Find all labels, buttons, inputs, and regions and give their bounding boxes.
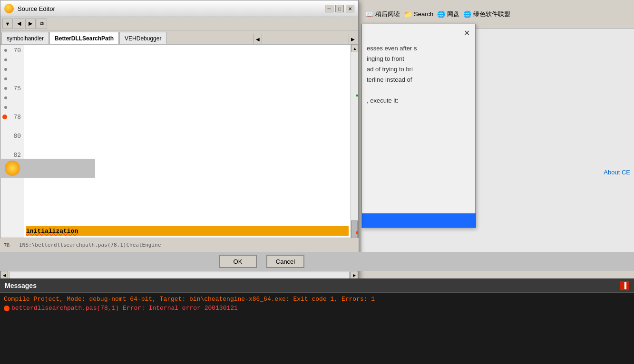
bookmark-search[interactable]: 📁 Search [404, 10, 433, 18]
code-line-77 [26, 202, 349, 212]
line-dot-75 [4, 87, 7, 90]
ok-button[interactable]: OK [219, 255, 257, 268]
line-dot-72 [4, 68, 7, 71]
tab-scroll-left[interactable]: ◀ [254, 34, 262, 44]
bookmark-netdisk[interactable]: 🌐 网盘 [437, 10, 459, 19]
window-title: Source Editor [18, 5, 321, 12]
scroll-marker-red [356, 231, 358, 234]
popup-line-1: esses even after s [367, 43, 470, 54]
line-num-82: 82 [0, 150, 24, 160]
bookmark-netdisk-label: 网盘 [447, 10, 459, 19]
tab-scroll-right[interactable]: ▶ [349, 34, 357, 44]
ok-button-label: OK [234, 258, 243, 265]
ce-logo-area [0, 159, 95, 178]
popup-line-3: ad of trying to bri [367, 64, 470, 75]
maximize-button[interactable]: □ [335, 5, 344, 12]
status-line-num: 78 [4, 242, 10, 248]
title-bar: Source Editor ─ □ ✕ [0, 0, 358, 17]
initialization-keyword: initialization [26, 228, 78, 235]
bookmark-read-later[interactable]: 📖 稍后阅读 [365, 10, 400, 19]
tab-betterdllsearchpath-label: BetterDLLSearchPath [55, 35, 114, 42]
compile-message: Compile Project, Mode: debug-nomt 64-bit… [4, 296, 630, 303]
popup-line-5: , execute it: [367, 96, 470, 106]
bottom-gray-bar: OK Cancel About CE [0, 252, 634, 271]
code-line-70 [26, 60, 349, 69]
line-num-77 [0, 103, 24, 112]
toolbar-forward-btn[interactable]: ▶ [25, 19, 36, 29]
globe-icon-1: 🌐 [437, 10, 445, 18]
messages-panel: Messages ▐ Compile Project, Mode: debug-… [0, 278, 634, 364]
code-line-73 [26, 131, 349, 141]
about-ce-link[interactable]: About CE [600, 167, 634, 178]
popup-line-2: inging to front [367, 54, 470, 64]
minimize-button[interactable]: ─ [325, 5, 333, 12]
window-controls: ─ □ ✕ [325, 5, 354, 12]
line-dot-70 [4, 49, 7, 52]
toolbar-dropdown-btn[interactable]: ▼ [2, 19, 13, 29]
globe-icon-2: 🌐 [463, 10, 471, 18]
messages-header: Messages ▐ [0, 278, 634, 293]
ce-logo-icon [5, 161, 20, 176]
scroll-track[interactable] [351, 52, 358, 263]
app-icon [4, 4, 14, 13]
line-num-78: 78 [0, 112, 24, 122]
tab-symbolhandler[interactable]: symbolhandler [1, 32, 49, 44]
status-line: 78 INS:\betterdllsearchpath.pas(78,1)Che… [0, 238, 359, 252]
toolbar-extra-btn[interactable]: ⧉ [37, 19, 47, 29]
book-icon: 📖 [365, 10, 373, 18]
line-num-81 [0, 141, 24, 150]
toolbar: ▼ ◀ ▶ ⧉ [0, 17, 358, 30]
line-num-73 [0, 74, 24, 84]
line-num-label-70: 70 [13, 47, 21, 54]
scroll-thumb[interactable] [351, 220, 358, 239]
line-dot-71 [4, 58, 7, 61]
line-num-71 [0, 55, 24, 65]
line-num-72 [0, 65, 24, 74]
ok-cancel-area: OK Cancel [219, 255, 304, 268]
line-num-label-75: 75 [13, 85, 21, 92]
vertical-scrollbar: ▲ ▼ [351, 45, 358, 270]
code-line-78: initialization [26, 226, 349, 236]
line-numbers: 70 75 78 [0, 45, 24, 270]
tabs-bar: symbolhandler BetterDLLSearchPath VEHDeb… [0, 30, 358, 45]
messages-close-button[interactable]: ▐ [620, 281, 629, 290]
editor-area: 70 75 78 [0, 45, 358, 270]
line-dot-76 [4, 96, 7, 99]
line-num-80: 80 [0, 131, 24, 141]
bookmark-green-software-label: 绿色软件联盟 [473, 10, 510, 19]
popup-close-button[interactable]: ✕ [462, 28, 471, 38]
error-message: betterdllsearchpath.pas(78,1) Error: Int… [4, 305, 630, 312]
status-file-path: INS:\betterdllsearchpath.pas(78,1)CheatE… [19, 242, 161, 248]
popup-dialog: ✕ esses even after s inging to front ad … [361, 24, 476, 228]
code-lines-container: initialization Init; end. [24, 45, 351, 270]
line-num-70: 70 [0, 46, 24, 55]
bookmark-read-later-label: 稍后阅读 [375, 10, 400, 19]
scroll-marker-green [356, 95, 358, 96]
code-content[interactable]: initialization Init; end. [24, 45, 351, 270]
tab-betterdllsearchpath[interactable]: BetterDLLSearchPath [49, 32, 119, 44]
error-message-text: betterdllsearchpath.pas(78,1) Error: Int… [11, 305, 238, 312]
line-num-label-82: 82 [13, 152, 21, 159]
cancel-button-label: Cancel [276, 258, 295, 265]
line-num-75: 75 [0, 84, 24, 93]
line-dot-73 [4, 77, 7, 80]
messages-content: Compile Project, Mode: debug-nomt 64-bit… [0, 293, 634, 315]
scroll-up-btn[interactable]: ▲ [351, 45, 358, 52]
tab-symbolhandler-label: symbolhandler [7, 35, 44, 42]
code-line-71 [26, 84, 349, 93]
line-dot-77 [4, 106, 7, 109]
tab-vehdebugger-label: VEHDebugger [125, 35, 161, 42]
folder-icon: 📁 [404, 10, 412, 18]
code-line-76 [26, 179, 349, 188]
cancel-button[interactable]: Cancel [266, 255, 304, 268]
line-num-79 [0, 122, 24, 131]
close-button[interactable]: ✕ [346, 5, 354, 12]
bookmark-green-software[interactable]: 🌐 绿色软件联盟 [463, 10, 510, 19]
popup-line-4: terline instead of [367, 75, 470, 85]
about-ce-label: About CE [604, 169, 630, 176]
line-num-76 [0, 93, 24, 103]
line-num-label-78: 78 [13, 114, 21, 121]
toolbar-back-btn[interactable]: ◀ [14, 19, 24, 29]
tab-vehdebugger[interactable]: VEHDebugger [119, 32, 166, 44]
popup-content: esses even after s inging to front ad of… [362, 24, 475, 111]
